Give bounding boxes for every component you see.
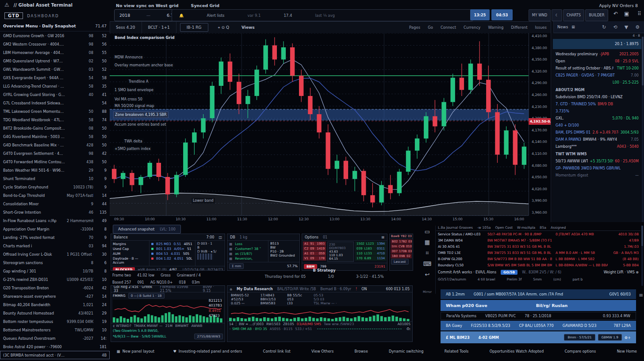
- feed-row[interactable]: TWT WTM WM5: [553, 150, 641, 157]
- journal-row[interactable]: 3M DAMA W04 BW MOTW7 BMA45 M7 · 5/8BM (T…: [436, 237, 640, 243]
- snapshot-tab[interactable]: Advanced snapshot LVL: 100: [113, 225, 181, 234]
- journal-header-cell[interactable]: L.Ba Journal Grooves: [438, 226, 473, 230]
- chart-toolbar-item[interactable]: Warning: [488, 25, 503, 30]
- watchlist-row[interactable]: Bond-to-Cap Threshold May 071A-fastbk/Id…: [0, 191, 110, 200]
- journal-row[interactable]: OMB TD2 L3E BW 3W725 31 B33 W3 51 GB ML …: [436, 250, 640, 256]
- ask-row[interactable]: 1502L1231394: [355, 242, 386, 246]
- charts-button[interactable]: CHARTS: [563, 9, 584, 21]
- chart-toolbar-item[interactable]: Connect: [441, 25, 456, 30]
- chart-toolbar-item[interactable]: Pages: [409, 25, 420, 30]
- db-row[interactable]: ▦ Customer? 38 ˅: [227, 246, 268, 251]
- watchlist-row[interactable]: B4T2 Brookside-Gains Composite · 2003 40…: [0, 124, 110, 132]
- chart-indicator-label[interactable]: Zone breakeven 4,195.3 SBR: [113, 111, 169, 118]
- announce-bar-4[interactable]: £ ML BIM234-02 GMM Bmm · 57/5/21 GBMW 1.…: [441, 331, 636, 343]
- panel-yb-icon[interactable]: ⊞: [381, 235, 384, 239]
- watchlist-row[interactable]: In-Flow Runabout Loans +/Ap 2 Hammersmit…: [0, 216, 110, 225]
- db-row[interactable]: ▦ Loss: [227, 242, 268, 246]
- alert-lists-label[interactable]: Alert lists: [207, 13, 225, 18]
- greek-sparkline[interactable]: [113, 300, 223, 323]
- chart-indicator-label[interactable]: 1 SMO band envelope: [113, 87, 155, 93]
- bar-input-chip[interactable]: Bmm · 57/5/21: [564, 334, 595, 341]
- chart-toolbar-item[interactable]: Issues: [535, 25, 547, 30]
- chart-indicator-label[interactable]: +5MO pattern index: [113, 146, 152, 152]
- watchlist-row[interactable]: Charts marked i 03 94: [0, 242, 110, 250]
- announce-bar-0[interactable]: AB 1.2mmG001 / som MB007/57A 10A Amrm. c…: [441, 289, 636, 299]
- watchlist-row[interactable]: G-25% rewind ZBX-D031 U3009 425/031 fwdv…: [0, 275, 110, 284]
- watchlist-row[interactable]: Bottom roster tempestuous 9399.034 04902…: [0, 317, 110, 326]
- candlestick-chart[interactable]: [110, 33, 529, 215]
- watchlist-row[interactable]: Bounty Astound Homestead 43/4021 29: [0, 309, 110, 317]
- blocked-chip[interactable]: BLOCKED: [113, 267, 135, 271]
- gear-plus-icon[interactable]: ⚙+: [625, 335, 631, 340]
- balance-table-row[interactable]: B04 1.02 4.051 50L: [150, 256, 195, 261]
- settings-icon[interactable]: ⚙: [635, 24, 640, 30]
- journal-header-cell[interactable]: B5a: [540, 226, 546, 230]
- card-icon[interactable]: ▭: [425, 228, 430, 235]
- builder-button[interactable]: BUILDER: [585, 9, 608, 21]
- chart-toolbar-item[interactable]: Go: [428, 25, 433, 30]
- chart-indicator-label[interactable]: MDW Announce: [113, 54, 144, 60]
- night-mode-button[interactable]: ☾: [552, 9, 562, 21]
- red-row[interactable]: trmCVB010: [391, 244, 412, 249]
- chart-indicator-label[interactable]: MA 50/200 signal map: [113, 103, 156, 109]
- db-sum-chip[interactable]: Σ mm: [229, 263, 244, 269]
- feed-row[interactable]: 7. GTD · TRAINED 50% BM/9 DB: [553, 100, 641, 108]
- lascast-chip[interactable]: Lascast: [391, 259, 409, 265]
- bid-row[interactable]: A1911993: [303, 242, 326, 246]
- bid-row[interactable]: V109178: [303, 256, 326, 261]
- journal-scrollbar[interactable]: [641, 226, 643, 286]
- feed-row[interactable]: L00 · 25.5-225: [553, 79, 641, 86]
- alert-toolbar[interactable]: 🔔 Alert lists var 9.1 17.4 last ¼ avg: [172, 9, 473, 21]
- tab-tools-icons[interactable]: ⌖ ⊙ Q: [212, 22, 235, 33]
- journal-header-cell[interactable]: -w 105a: [477, 226, 491, 230]
- watchlist-row[interactable]: Broke Astral 420 power · -79600 181: [0, 342, 110, 351]
- watchlist-row[interactable]: GM2 Western Crossover · 4004.898 98 56: [0, 40, 110, 48]
- journal-header-cell[interactable]: W-mo/Apla: [517, 226, 535, 230]
- feed-row[interactable]: BAM, EPS DMMS 01 5/20 2.6 +3.49.7074 — 3…: [553, 129, 641, 136]
- feed-row[interactable]: 50/73 AWWW LWTBG GWM +5 35/73 5091 · 00 …: [553, 157, 641, 165]
- balance-table-row[interactable]: B04 53 4.031 505: [150, 251, 195, 256]
- footer-item[interactable]: Compare options: [563, 349, 596, 353]
- feed-row[interactable]: Momentum digest —: [553, 172, 641, 179]
- feed-row[interactable]: CB25 PAGER · GVDAS · 7 PM/GBT 7.00: [553, 72, 641, 79]
- footer-item[interactable]: ▦ New panel layout: [117, 349, 154, 353]
- hamburger-icon[interactable]: ≡: [639, 292, 643, 298]
- ask-row[interactable]: 039L1830311: [355, 246, 386, 251]
- watchlist-row[interactable]: Cycle Station Greyhound 10023 (78) 9: [0, 183, 110, 191]
- db-row[interactable]: ▦ Reversion,: [227, 256, 268, 261]
- chart-indicator-label[interactable]: Accum zone entries band set: [113, 122, 167, 127]
- watchlist-row[interactable]: G4T0 Forwarded Midline Contour · 4703 40…: [0, 157, 110, 166]
- tab-views[interactable]: Views: [235, 22, 261, 33]
- grid-icon[interactable]: ▦: [425, 239, 430, 246]
- footer-item[interactable]: New Home: [615, 349, 637, 353]
- watchlist-row[interactable]: GM0 Queensland Uptrend · W72 4032 02 50: [0, 57, 110, 65]
- feed-row[interactable]: Open 08 · 25.0 SVL: [553, 58, 641, 65]
- feed-row[interactable]: Wednesday preliminary -JAPB 2021.2005: [553, 50, 641, 58]
- home-icon[interactable]: ⌂: [230, 287, 232, 291]
- db-row[interactable]: ▦ as (15/87): [227, 251, 268, 256]
- watchlist-row[interactable]: Landing -27% vested format 70 9: [0, 233, 110, 242]
- undo-icon[interactable]: ↶: [613, 11, 618, 17]
- last-price-badge[interactable]: 4,192.50 -0.45: [529, 118, 551, 125]
- menu-item-grid[interactable]: Synced Grid: [191, 3, 220, 8]
- watchlist-row[interactable]: G20 Transposition Breton -6024 42: [0, 284, 110, 292]
- red-row[interactable]: 007170B03: [391, 249, 412, 253]
- journal-row[interactable]: Boundary CL50 S/W BMW W5 BM 5WB BL 5 BM …: [436, 262, 640, 268]
- panel-expand-icon[interactable]: ⊞: [571, 25, 575, 29]
- feed-row[interactable]: Subdivision BMD 250/7/4 /00 · LEVNZ: [553, 93, 641, 100]
- watchlist-row[interactable]: Bitmap 40,204 Bandwidth 1,021 24: [0, 300, 110, 309]
- feed-row[interactable]: 20.1 · 1.8975: [553, 39, 641, 49]
- menu-item-sync[interactable]: No view sync on West grid: [116, 3, 179, 8]
- balance-table-row[interactable]: B01 1.03 A/05+ 51: [150, 246, 195, 251]
- bid-row[interactable]: C2091419: [303, 246, 326, 251]
- red-row[interactable]: B0217B203: [391, 239, 412, 244]
- chart-indicator-label[interactable]: Bond Index comparison Grid: [113, 35, 176, 41]
- grip-icon[interactable]: ⠿: [637, 11, 641, 17]
- footer-item[interactable]: ♥ Investing-related panel and orders: [173, 349, 242, 353]
- my-window-button[interactable]: MY WND: [529, 9, 551, 21]
- feed-row[interactable]: GXL. 5,070 · DL 940: [553, 115, 641, 122]
- tab-ib1rg[interactable]: IB-1 RG: [180, 23, 208, 32]
- footer-item[interactable]: Related Tools: [442, 349, 469, 353]
- journal-header-cell[interactable]: Assigned: [551, 226, 566, 230]
- red-row[interactable]: 1B009B02: [391, 254, 412, 258]
